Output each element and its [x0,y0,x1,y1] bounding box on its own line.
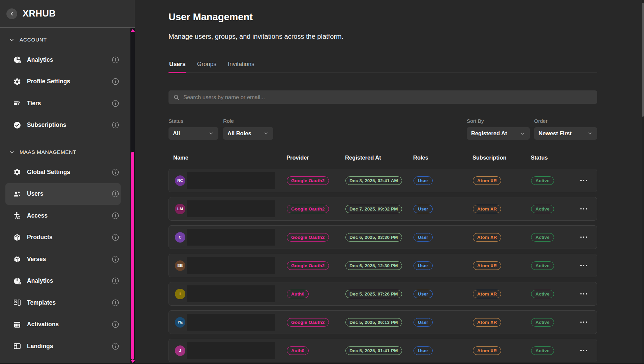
search-input[interactable] [183,94,597,101]
registered-at-cell: Dec 5, 2025, 01:41 PM [345,346,413,355]
provider-cell: Auth0 [287,346,345,355]
sidebar-item-verses[interactable]: Verses [5,248,121,270]
sidebar-section-maas-management[interactable]: MAAS MANAGEMENT [0,143,135,161]
roles-cell: User [413,176,473,185]
info-icon[interactable] [112,168,119,176]
registered-at-badge: Dec 8, 2025, 02:41 AM [345,176,402,185]
registered-at-cell: Dec 7, 2025, 09:32 PM [345,205,413,213]
subscription-badge: Atom XR [473,290,501,298]
provider-badge: Google Oauth2 [287,318,329,327]
info-icon[interactable] [112,277,119,285]
registered-at-cell: Dec 8, 2025, 02:41 AM [345,176,413,185]
sidebar-item-users[interactable]: Users [5,183,121,205]
info-icon[interactable] [112,78,119,85]
row-menu-button[interactable] [578,319,590,326]
row-menu-button[interactable] [578,234,590,241]
provider-badge: Auth0 [287,290,309,298]
filter-label: Order [534,118,597,124]
window-scrollbar[interactable] [642,0,644,364]
tab-users[interactable]: Users [168,61,186,73]
info-icon[interactable] [112,255,119,263]
info-icon[interactable] [112,320,119,328]
sidebar-item-templates[interactable]: Templates [5,292,121,314]
name-cell: J [169,342,287,359]
chevron-down-icon [208,131,214,136]
subscription-cell: Atom XR [473,233,531,242]
status-badge: Active [531,290,554,298]
sidebar-item-tiers[interactable]: Tiers [5,92,121,114]
table-row[interactable]: EB Google Oauth2 Dec 6, 2025, 12:30 PM U… [168,254,597,277]
chevron-down-icon [587,131,593,136]
subscription-cell: Atom XR [473,176,531,185]
status-badge: Active [531,176,554,185]
roles-cell: User [413,318,473,327]
redacted-name [187,342,275,359]
sidebar-item-landings[interactable]: Landings [5,335,121,357]
info-icon[interactable] [112,342,119,350]
info-icon[interactable] [112,121,119,129]
subscription-badge: Atom XR [473,346,501,355]
filter-label: Role [223,118,273,124]
accessibility-icon [13,212,22,220]
role-badge: User [413,261,433,270]
info-icon[interactable] [112,299,119,307]
row-menu-button[interactable] [578,177,590,184]
chevron-down-icon [9,37,14,43]
window-scrollbar-thumb[interactable] [642,3,644,117]
table-row[interactable]: YE Google Oauth2 Dec 5, 2025, 06:13 PM U… [168,310,597,334]
scroll-up-arrow[interactable] [131,29,135,32]
sidebar-item-activations[interactable]: Activations [5,314,121,336]
column-header-registered-at: Registered At [345,155,413,161]
avatar: LM [175,204,185,214]
row-menu-button[interactable] [578,290,590,297]
status-badge: Active [531,346,554,355]
status-cell: Active [531,318,570,327]
actions-cell [570,234,597,241]
registered-at-cell: Dec 5, 2025, 07:26 PM [345,290,413,298]
back-button[interactable] [6,8,17,19]
status-select[interactable]: All [168,127,218,140]
sidebar-item-global-settings[interactable]: Global Settings [5,161,121,183]
info-icon[interactable] [112,233,119,241]
row-menu-button[interactable] [578,347,590,354]
sidebar-item-analytics-maas[interactable]: Analytics [5,270,121,292]
sidebar-item-label: Global Settings [27,169,70,176]
avatar: I [175,289,185,299]
table-row[interactable]: J Auth0 Dec 5, 2025, 01:41 PM User Atom … [168,339,597,362]
info-icon[interactable] [112,190,119,198]
scroll-down-arrow[interactable] [131,360,135,363]
sidebar-item-subscriptions[interactable]: Subscriptions [5,114,121,136]
sidebar-scrollbar[interactable] [130,28,135,364]
avatar: RC [175,175,185,186]
registered-at-badge: Dec 5, 2025, 07:26 PM [345,290,402,298]
name-cell: LM [169,200,287,217]
role-select[interactable]: All Roles [223,127,273,140]
sidebar-item-profile-settings[interactable]: Profile Settings [5,71,121,93]
table-row[interactable]: I Auth0 Dec 5, 2025, 07:26 PM User Atom … [168,282,597,306]
sidebar-item-products[interactable]: Products [5,227,121,249]
sidebar-item-access[interactable]: Access [5,205,121,227]
sidebar-scrollbar-thumb[interactable] [131,152,134,360]
subscription-badge: Atom XR [473,233,501,242]
select-value: All Roles [227,130,251,137]
table-row[interactable]: C Google Oauth2 Dec 6, 2025, 03:30 PM Us… [168,225,597,249]
info-icon[interactable] [112,56,119,64]
table-row[interactable]: RC Google Oauth2 Dec 8, 2025, 02:41 AM U… [168,169,597,192]
sort-by-select[interactable]: Registered At [467,127,530,140]
sidebar-item-analytics[interactable]: Analytics [5,49,121,71]
registered-at-cell: Dec 6, 2025, 03:30 PM [345,233,413,242]
redacted-name [187,314,275,331]
row-menu-button[interactable] [578,262,590,269]
sidebar-item-label: Tiers [27,100,41,107]
info-icon[interactable] [112,212,119,220]
order-select[interactable]: Newest First [534,127,597,140]
table-row[interactable]: LM Google Oauth2 Dec 7, 2025, 09:32 PM U… [168,197,597,221]
avatar: YE [175,317,185,328]
info-icon[interactable] [112,100,119,107]
row-menu-button[interactable] [578,205,590,212]
sidebar-section-account[interactable]: ACCOUNT [0,31,135,49]
tab-invitations[interactable]: Invitations [227,61,255,73]
registered-at-badge: Dec 7, 2025, 09:32 PM [345,205,402,213]
column-header-roles: Roles [413,155,472,161]
tab-groups[interactable]: Groups [196,61,217,73]
